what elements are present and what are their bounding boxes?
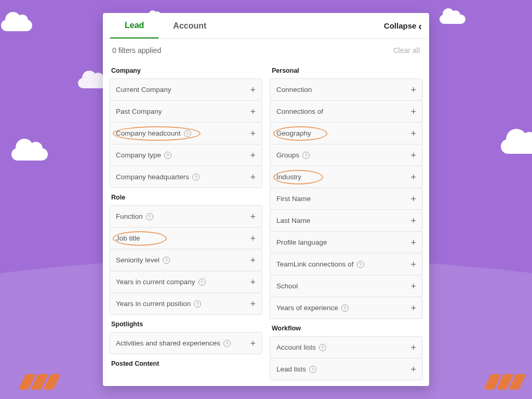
filter-label-text: Years in current company — [116, 278, 195, 286]
filter-company-company-headcount[interactable]: Company headcount+ — [109, 122, 262, 144]
section-title-role: Role — [109, 188, 262, 205]
info-icon — [319, 344, 326, 351]
filter-sections-container: Company Current Company+Past Company+Com… — [103, 58, 429, 386]
filter-label: Function — [116, 212, 153, 220]
filter-label-text: Seniority level — [116, 256, 159, 264]
filter-label: TeamLink connections of — [276, 260, 364, 268]
plus-icon: + — [250, 277, 256, 287]
filter-label: Years in current company — [116, 278, 206, 286]
plus-icon: + — [410, 107, 416, 116]
filter-personal-industry[interactable]: Industry+ — [270, 166, 423, 188]
plus-icon: + — [250, 339, 256, 348]
info-icon — [357, 261, 364, 268]
plus-icon: + — [410, 216, 416, 225]
filters-applied-count: 0 filters applied — [112, 46, 161, 55]
plus-icon: + — [250, 151, 256, 160]
section-title-company: Company — [109, 61, 262, 78]
plus-icon: + — [250, 299, 256, 309]
filter-role-years-in-current-position[interactable]: Years in current position+ — [109, 292, 262, 315]
filter-label: Industry — [276, 173, 301, 181]
filter-personal-groups[interactable]: Groups+ — [270, 144, 423, 166]
plus-icon: + — [410, 151, 416, 160]
plus-icon: + — [410, 85, 416, 95]
filter-label-text: Activities and shared experiences — [116, 339, 220, 347]
tab-bar: Lead Account Collapse — [103, 13, 429, 39]
filter-label: Profile language — [276, 238, 327, 246]
info-icon — [194, 300, 201, 308]
section-title-personal: Personal — [270, 61, 423, 78]
plus-icon: + — [410, 282, 416, 291]
cloud-decoration — [11, 148, 48, 161]
filter-workflow-lead-lists[interactable]: Lead lists+ — [270, 358, 423, 380]
filter-label-text: Connection — [276, 86, 312, 94]
filter-label-text: Years in current position — [116, 300, 191, 308]
info-icon — [223, 340, 231, 347]
filter-label: Geography — [276, 129, 311, 137]
clear-all-button[interactable]: Clear all — [393, 46, 420, 55]
plus-icon: + — [410, 238, 416, 247]
filter-role-job-title[interactable]: Job title+ — [109, 227, 262, 249]
info-icon — [164, 152, 171, 159]
filter-personal-geography[interactable]: Geography+ — [270, 122, 423, 144]
info-icon — [341, 304, 349, 312]
filter-label: Account lists — [276, 343, 326, 351]
filter-personal-connections-of[interactable]: Connections of+ — [270, 100, 423, 123]
tab-lead[interactable]: Lead — [110, 14, 158, 38]
chevron-left-icon — [418, 21, 422, 31]
info-icon — [198, 278, 206, 286]
plus-icon: + — [410, 172, 416, 182]
plus-icon: + — [250, 129, 256, 138]
filter-personal-profile-language[interactable]: Profile language+ — [270, 231, 423, 254]
filter-label: Connection — [276, 86, 312, 94]
info-icon — [302, 152, 310, 159]
filter-label-text: Industry — [276, 173, 301, 181]
filter-label-text: Company headcount — [116, 129, 181, 137]
filter-role-function[interactable]: Function+ — [109, 205, 262, 228]
filter-label-text: Function — [116, 212, 143, 220]
slash-decoration — [22, 374, 57, 390]
plus-icon: + — [410, 343, 416, 352]
info-icon — [192, 174, 200, 181]
plus-icon: + — [250, 212, 256, 221]
filter-label: Company headcount — [116, 129, 191, 137]
info-icon — [163, 257, 170, 264]
filter-role-seniority-level[interactable]: Seniority level+ — [109, 249, 262, 271]
collapse-button[interactable]: Collapse — [384, 21, 422, 31]
filter-label-text: Last Name — [276, 217, 310, 224]
filter-panel: Lead Account Collapse 0 filters applied … — [103, 13, 429, 386]
filter-label: Seniority level — [116, 256, 170, 264]
filter-personal-teamlink-connections-of[interactable]: TeamLink connections of+ — [270, 253, 423, 275]
filter-label: Years in current position — [116, 300, 201, 308]
filter-company-past-company[interactable]: Past Company+ — [109, 100, 262, 123]
filter-company-company-type[interactable]: Company type+ — [109, 144, 262, 166]
info-icon — [184, 130, 191, 137]
filter-company-current-company[interactable]: Current Company+ — [109, 78, 262, 101]
plus-icon: + — [410, 194, 416, 204]
plus-icon: + — [410, 303, 416, 313]
filter-personal-years-of-experience[interactable]: Years of experience+ — [270, 297, 423, 319]
filter-personal-connection[interactable]: Connection+ — [270, 78, 423, 101]
filter-label-text: Account lists — [276, 343, 316, 351]
filter-label: School — [276, 282, 298, 290]
filter-label-text: Connections of — [276, 108, 323, 115]
plus-icon: + — [250, 85, 256, 95]
filter-label-text: Groups — [276, 151, 299, 159]
plus-icon: + — [410, 260, 416, 269]
filter-spotlights-activities-and-shared-experiences[interactable]: Activities and shared experiences+ — [109, 332, 262, 354]
section-title-spotlights: Spotlights — [109, 314, 262, 332]
info-icon — [146, 213, 153, 220]
filter-label: Last Name — [276, 217, 310, 224]
cloud-decoration — [440, 15, 466, 24]
plus-icon: + — [250, 107, 256, 116]
filter-company-company-headquarters[interactable]: Company headquarters+ — [109, 166, 262, 188]
filter-workflow-account-lists[interactable]: Account lists+ — [270, 336, 423, 358]
filter-personal-last-name[interactable]: Last Name+ — [270, 209, 423, 232]
slash-decoration — [487, 374, 523, 390]
filter-personal-school[interactable]: School+ — [270, 275, 423, 297]
filter-personal-first-name[interactable]: First Name+ — [270, 188, 423, 210]
filter-label-text: Years of experience — [276, 304, 338, 312]
section-title-posted: Posted Content — [109, 354, 262, 371]
filter-label: Job title — [116, 234, 140, 242]
tab-account[interactable]: Account — [158, 14, 221, 38]
filter-role-years-in-current-company[interactable]: Years in current company+ — [109, 271, 262, 293]
